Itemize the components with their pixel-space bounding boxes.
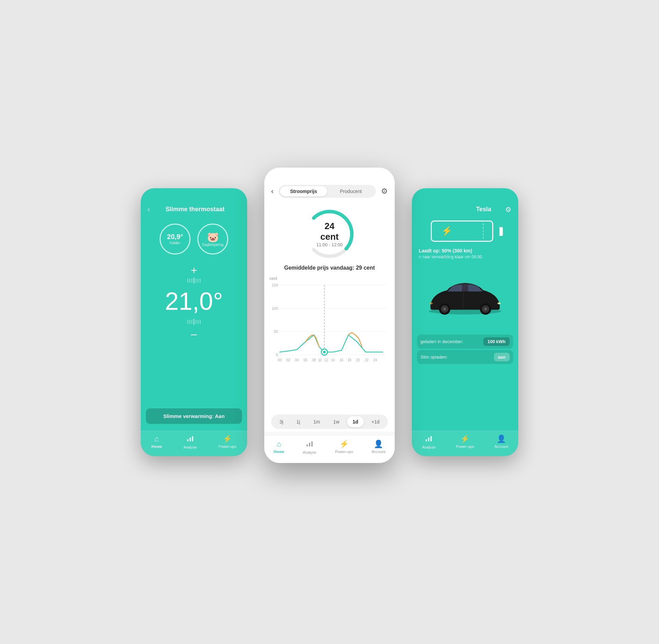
svg-text:18: 18 [347,358,351,362]
time-btn-1w[interactable]: 1w [328,416,345,427]
increase-temp-button[interactable]: + [191,265,197,276]
savings-circle: 🐷 Dagbesparing [197,224,228,255]
chart-y-label: cent [269,276,390,281]
svg-text:10: 10 [318,358,322,362]
temp-control: + 21,0° – [141,261,247,402]
center-nav-powerups[interactable]: ⚡ Power-ups [335,440,353,454]
battery-display: ⚡ [431,221,499,243]
chart-area: cent 150 100 50 0 [264,276,395,412]
nav-analyse-label: Analyse [183,445,197,449]
time-btn-1m[interactable]: 1m [308,416,325,427]
right-analyse-label: Analyse [422,445,436,449]
circle-temp-label: Kelder [170,241,181,245]
tick-marks-bottom [187,319,200,325]
left-nav-analyse[interactable]: Analyse [183,434,197,449]
right-header: Tesla ⚙ [412,188,518,217]
charge-line-sub: n naar verwachting klaar om 06:00 [419,255,511,259]
right-phone: Tesla ⚙ ⚡ Laadt op: 50% (300 km) n [412,188,518,456]
center-home-label: Home [274,450,284,454]
charge-line-main: Laadt op: 50% (300 km) [419,248,511,253]
left-nav-powerups[interactable]: ⚡ Power-ups [218,434,236,449]
svg-rect-43 [428,438,429,441]
home-icon: ⌂ [154,434,159,443]
settings-icon[interactable]: ⚙ [381,187,388,196]
svg-text:100: 100 [272,306,278,310]
charge-info: Laadt op: 50% (300 km) n naar verwachtin… [412,246,518,261]
right-nav-powerups[interactable]: ⚡ Power-ups [456,434,474,449]
decrease-temp-button[interactable]: – [191,328,197,339]
slim-label: Slim opladen: [420,354,448,360]
svg-point-40 [429,302,432,304]
tesla-car-image [420,278,510,316]
right-nav-analyse[interactable]: Analyse [422,434,436,449]
piggy-bank-icon: 🐷 [207,231,219,243]
svg-text:14: 14 [331,358,335,362]
svg-text:50: 50 [274,329,278,334]
savings-label: Dagbesparing [202,243,223,247]
svg-rect-44 [430,436,432,441]
tab-producent[interactable]: Producent [327,186,374,196]
right-title: Tesla [462,206,505,213]
center-back-arrow[interactable]: ‹ [271,187,274,195]
gauge-wrap: 24 cent 11:00 - 12:00 [302,206,357,261]
svg-point-38 [484,307,487,310]
time-btn-1d[interactable]: 1d [347,416,363,427]
svg-rect-42 [426,439,427,441]
left-back-arrow[interactable]: ‹ [148,205,150,213]
svg-text:22: 22 [365,358,369,362]
center-navbar: ⌂ Home Analyse ⚡ Power-ups [264,435,395,463]
battery-section: ⚡ [412,217,518,246]
info-row-charged: geladen in december: 100 kWh [417,335,513,349]
center-bolt-icon: ⚡ [339,440,349,449]
svg-text:20: 20 [356,358,360,362]
battery-dashed-line [483,223,484,239]
svg-text:02: 02 [286,358,290,362]
right-gear-icon[interactable]: ⚙ [505,205,511,214]
time-btn-1j[interactable]: 1j [291,416,306,427]
center-nav-home[interactable]: ⌂ Home [274,440,284,454]
center-chart-icon [306,440,313,449]
battery-tip [499,227,503,236]
time-btn-3j[interactable]: 3j [274,416,289,427]
center-person-icon: 👤 [374,440,383,449]
center-phone: ‹ Stroomprijs Producent ⚙ [264,168,395,463]
tab-stroomprijs[interactable]: Stroomprijs [280,186,327,196]
svg-text:150: 150 [272,283,278,287]
svg-rect-31 [311,441,313,447]
svg-text:0: 0 [276,353,278,357]
svg-text:24: 24 [373,358,377,362]
tab-pill: Stroomprijs Producent [279,185,376,198]
gauge-value: 24 cent [316,221,343,242]
bolt-icon: ⚡ [223,434,232,443]
nav-home-label: Home [151,444,162,449]
info-rows: geladen in december: 100 kWh Slim oplade… [412,333,518,365]
svg-text:08: 08 [312,358,316,362]
svg-point-15 [323,351,326,353]
price-chart[interactable]: 150 100 50 0 [269,282,390,371]
battery-bolt-icon: ⚡ [441,226,452,236]
left-nav-home[interactable]: ⌂ Home [151,434,162,449]
nav-powerups-label: Power-ups [218,444,236,449]
center-nav-analyse[interactable]: Analyse [303,440,316,454]
charged-label: geladen in december: [420,339,463,344]
right-nav-account[interactable]: 👤 Account [494,434,508,449]
svg-text:00: 00 [278,358,282,362]
left-title: Slimme thermostaat [150,206,240,213]
svg-text:16: 16 [339,358,344,362]
time-btn-plus1d[interactable]: +1d [366,416,385,427]
svg-rect-2 [192,436,193,441]
gauge-text: 24 cent 11:00 - 12:00 [316,221,343,247]
main-temperature: 21,0° [165,289,223,314]
temperature-circle: 20,9° Kelder [160,224,190,255]
gauge-container: 24 cent 11:00 - 12:00 [264,203,395,263]
svg-rect-29 [307,444,308,447]
right-account-label: Account [494,444,508,449]
left-phone: ‹ Slimme thermostaat 20,9° Kelder 🐷 Dagb… [141,188,247,456]
svg-rect-0 [187,439,188,441]
time-button-group: 3j 1j 1m 1w 1d +1d [271,415,388,429]
heating-status-bar: Slimme verwarming: Aan [146,408,242,424]
svg-rect-30 [309,443,310,447]
center-nav-account[interactable]: 👤 Account [372,440,385,454]
right-navbar: Analyse ⚡ Power-ups 👤 Account [412,431,518,456]
svg-point-35 [443,307,446,310]
